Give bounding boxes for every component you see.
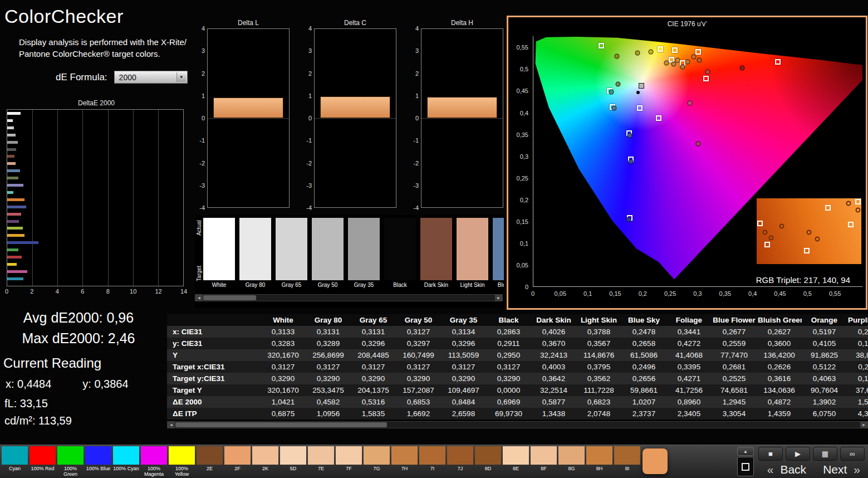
patch-button-8i[interactable]: 8I [614, 446, 641, 478]
cie-measurement-marker [675, 57, 680, 62]
stop-button[interactable]: ■ [758, 447, 783, 461]
table-cell: 0,3290 [351, 373, 396, 384]
axis-tick-label: 0,4 [520, 110, 528, 116]
de-formula-dropdown[interactable]: 2000 ▼ [114, 71, 188, 84]
scroll-right-icon[interactable]: ► [860, 422, 867, 428]
patch-button-8f[interactable]: 8F [530, 446, 557, 478]
scroll-left-icon[interactable]: ◄ [195, 295, 203, 301]
patch-button-cyan[interactable]: Cyan [1, 446, 28, 478]
deltae-bar [7, 234, 24, 237]
back-chevron-icon: « [767, 463, 774, 476]
patch-button-7e[interactable]: 7E [307, 446, 335, 478]
scrollbar-track[interactable] [203, 295, 495, 301]
table-cell: 0,2911 [486, 338, 531, 349]
gridline [108, 110, 109, 286]
patch-label: 100% Magenta [140, 466, 168, 477]
table-cell: 2,6598 [441, 408, 486, 420]
patch-color [447, 446, 473, 465]
table-cell: 0,6875 [261, 408, 306, 420]
patch-button-5d[interactable]: 5D [279, 446, 307, 478]
patch-color [308, 446, 334, 465]
patch-button-8j[interactable]: 8J [641, 446, 669, 478]
table-row-label: Target x:CIE31 [167, 361, 261, 373]
table-row-label: Target y:CIE31 [167, 373, 261, 384]
patch-button-100-magenta[interactable]: 100% Magenta [140, 446, 168, 478]
deltae-bar [7, 141, 18, 144]
swatch-strip-inner: Actual Target WhiteGray 80Gray 65Gray 50… [195, 215, 504, 290]
chart-plot [207, 28, 290, 208]
patch-button-7f[interactable]: 7F [335, 446, 362, 478]
xy-readout: x: 0,4484 y: 0,3864 [6, 378, 167, 391]
chevron-down-icon[interactable]: ▼ [176, 72, 186, 82]
delta-chart-delta-h: Delta H43210-1-2-3-4 [410, 19, 503, 208]
table-header-cell: Foliage [666, 314, 712, 326]
patch-button-8h[interactable]: 8H [586, 446, 613, 478]
next-button[interactable]: Next » [818, 463, 865, 476]
zero-line [315, 118, 396, 119]
patch-button-7j[interactable]: 7J [447, 446, 474, 478]
axis-tick-label: 0 [525, 284, 528, 290]
continuous-measure-button[interactable]: ∞ [840, 447, 865, 461]
axis-tick-label: 0,2 [520, 197, 528, 203]
swatch-strip-scrollbar[interactable]: ◄ ► [195, 294, 503, 301]
cie-measurement-marker [627, 133, 632, 138]
patch-button-100-green[interactable]: 100% Green [57, 446, 84, 478]
axis-tick-label: -3 [306, 182, 312, 189]
table-cell: 6,0750 [802, 408, 847, 420]
table-cell: 3,3054 [712, 408, 757, 420]
axis-tick-label: 0,5 [520, 66, 528, 72]
patch-button-100-blue[interactable]: 100% Blue [85, 446, 112, 478]
swatch: Gray 50 [312, 218, 344, 290]
table-cell: 256,8699 [306, 349, 351, 361]
patch-button-7h[interactable]: 7H [391, 446, 418, 478]
scroll-left-icon[interactable]: ◄ [168, 422, 175, 428]
patch-button-8g[interactable]: 8G [558, 446, 585, 478]
play-button[interactable]: ▶ [786, 447, 810, 461]
table-row: Target Y320,1670253,3475204,1375157,2087… [167, 384, 868, 396]
swatch: Gray 80 [239, 218, 271, 290]
layout-button[interactable] [737, 457, 754, 476]
patch-button-7i[interactable]: 7I [419, 446, 446, 478]
patch-button-100-yellow[interactable]: 100% Yellow [168, 446, 195, 478]
deltae2000-plot [7, 109, 184, 286]
scrollbar-track[interactable] [175, 422, 860, 428]
colorchecker-screen: ColorChecker Display analysis is perform… [0, 0, 868, 478]
patch-label: 2F [234, 466, 241, 471]
table-cell: 0,4063 [802, 373, 847, 384]
patch-button-2k[interactable]: 2K [252, 446, 279, 478]
table-cell: 253,3475 [306, 384, 351, 396]
scrollbar-thumb[interactable] [175, 422, 387, 427]
deltae-bar [7, 198, 24, 201]
table-scrollbar[interactable]: ◄ ► [167, 421, 868, 428]
table-header-cell: Bluish Green [757, 314, 802, 326]
chart-body: 43210-1-2-3-4 [196, 28, 290, 208]
swatch-label: Gray 65 [276, 282, 307, 288]
table-cell: 0,3131 [306, 326, 351, 338]
deltae-bar [7, 227, 23, 230]
patch-button-7g[interactable]: 7G [363, 446, 390, 478]
axis-tick-label: -4 [306, 204, 312, 211]
patch-color [419, 446, 445, 465]
scroll-up-button[interactable]: ▲ [737, 447, 754, 456]
patch-button-8e[interactable]: 8E [502, 446, 529, 478]
table-cell: 136,4200 [757, 349, 802, 361]
axis-tick-label: 8 [106, 288, 110, 295]
de-formula-label: dE Formula: [56, 72, 107, 83]
patch-button-2f[interactable]: 2F [224, 446, 251, 478]
deltae-bar [7, 134, 16, 136]
table-header-row: WhiteGray 80Gray 65Gray 50Gray 35BlackDa… [167, 314, 868, 326]
back-button[interactable]: « Back [763, 463, 811, 476]
table-cell: 74,6581 [712, 384, 757, 396]
patch-color [85, 446, 111, 465]
scroll-right-icon[interactable]: ► [495, 295, 502, 301]
table-cell: 114,8676 [576, 349, 621, 361]
axis-tick-label: 12 [155, 288, 161, 295]
scrollbar-thumb[interactable] [203, 295, 256, 300]
patch-button-2e[interactable]: 2E [196, 446, 223, 478]
patch-button-100-red[interactable]: 100% Red [29, 446, 56, 478]
swatch-label: White [203, 282, 235, 288]
meter-button[interactable]: ▦ [813, 447, 837, 461]
cie-chart-title: CIE 1976 u'v' [508, 20, 866, 28]
patch-button-100-cyan[interactable]: 100% Cyan [112, 446, 140, 478]
patch-button-8d[interactable]: 8D [474, 446, 502, 478]
